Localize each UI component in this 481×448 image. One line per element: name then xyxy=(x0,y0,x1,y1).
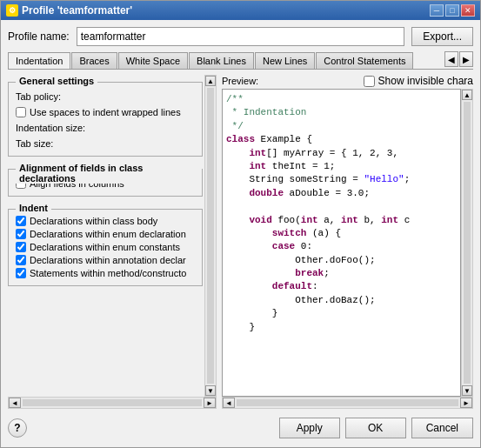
general-settings-title: General settings xyxy=(16,76,97,86)
code-line-2: */ xyxy=(226,120,448,133)
content-area: Profile name: Export... Indentation Brac… xyxy=(1,20,480,447)
indent-checkbox-1[interactable] xyxy=(16,229,26,239)
titlebar-icon: ⚙ xyxy=(6,4,18,17)
code-line-8 xyxy=(226,200,448,213)
code-line-17: } xyxy=(226,321,448,334)
left-scroll-track xyxy=(207,88,214,384)
footer: ? Apply OK Cancel xyxy=(8,414,473,440)
left-bottom-scrollbar: ◄ ► xyxy=(8,397,217,409)
profile-name-row: Profile name: Export... xyxy=(8,27,473,46)
indent-title: Indent xyxy=(16,203,51,213)
use-spaces-checkbox[interactable] xyxy=(16,107,26,117)
code-line-16: } xyxy=(226,307,448,320)
indent-checkbox-2[interactable] xyxy=(16,242,26,252)
left-scroll-down[interactable]: ▼ xyxy=(205,385,216,396)
tab-scroll-arrows: ◀ ▶ xyxy=(444,51,473,69)
code-line-0: /** xyxy=(226,93,448,106)
code-line-3: class Example { xyxy=(226,133,448,146)
show-invisible-row: Show invisible chara xyxy=(364,75,473,87)
titlebar: ⚙ Profile 'teamformatter' ─ □ ✕ xyxy=(1,1,480,20)
show-invisible-label: Show invisible chara xyxy=(378,75,473,87)
left-panel: General settings Tab policy: Use spaces … xyxy=(8,75,204,397)
use-spaces-row: Use spaces to indent wrapped lines xyxy=(16,107,195,117)
code-preview: /** * Indentation */ class Example { int… xyxy=(222,89,461,397)
window-title: Profile 'teamformatter' xyxy=(22,4,132,17)
indent-checkbox-3[interactable] xyxy=(16,255,26,265)
titlebar-title: ⚙ Profile 'teamformatter' xyxy=(6,4,132,17)
indent-item-0: Declarations within class body xyxy=(16,216,195,226)
tab-blank-lines[interactable]: Blank Lines xyxy=(189,52,254,69)
code-line-6: String someString = "Hello"; xyxy=(226,173,448,186)
indent-item-3: Declarations within annotation declar xyxy=(16,255,195,265)
alignment-title: Alignment of fields in class declaration… xyxy=(16,163,202,184)
right-scroll-up[interactable]: ▲ xyxy=(462,90,472,100)
right-panel: Preview: Show invisible chara /** * Inde… xyxy=(222,75,473,409)
tab-size-label: Tab size: xyxy=(16,138,53,149)
tabs-container: Indentation Braces White Space Blank Lin… xyxy=(8,51,473,70)
minimize-button[interactable]: ─ xyxy=(430,4,444,17)
code-line-1: * Indentation xyxy=(226,106,448,119)
right-scroll-left-btn[interactable]: ◄ xyxy=(223,398,235,408)
code-line-12: Other.doFoo(); xyxy=(226,254,448,267)
general-settings-group: General settings Tab policy: Use spaces … xyxy=(8,82,203,157)
cancel-button[interactable]: Cancel xyxy=(411,418,473,438)
show-invisible-checkbox[interactable] xyxy=(364,76,375,87)
right-scrollbar: ▲ ▼ xyxy=(461,89,473,397)
tab-control-statements[interactable]: Control Statements xyxy=(316,52,413,69)
right-scroll-down[interactable]: ▼ xyxy=(462,385,472,396)
profile-name-label: Profile name: xyxy=(8,30,70,43)
code-line-7: double aDouble = 3.0; xyxy=(226,187,448,200)
left-scrollbar: ▲ ▼ xyxy=(204,75,217,397)
help-button[interactable]: ? xyxy=(8,418,27,438)
indentation-size-row: Indentation size: xyxy=(16,123,195,133)
code-line-9: void foo(int a, int b, int c xyxy=(226,214,448,227)
indent-label-0: Declarations within class body xyxy=(30,216,157,226)
code-line-4: int[] myArray = { 1, 2, 3, xyxy=(226,147,448,160)
tab-policy-row: Tab policy: xyxy=(16,91,195,102)
indent-checkbox-0[interactable] xyxy=(16,216,26,226)
indentation-size-label: Indentation size: xyxy=(16,123,85,133)
restore-button[interactable]: □ xyxy=(445,4,459,17)
tab-policy-label: Tab policy: xyxy=(16,91,61,102)
use-spaces-label: Use spaces to indent wrapped lines xyxy=(30,107,181,117)
tab-size-row: Tab size: xyxy=(16,138,195,149)
right-bottom-scrollbar: ◄ ► xyxy=(222,397,473,409)
preview-header: Preview: Show invisible chara xyxy=(222,75,473,87)
main-panel: General settings Tab policy: Use spaces … xyxy=(8,75,473,409)
ok-button[interactable]: OK xyxy=(345,418,406,438)
tab-white-space[interactable]: White Space xyxy=(118,52,188,69)
code-line-15: Other.doBaz(); xyxy=(226,294,448,307)
tab-scroll-right[interactable]: ▶ xyxy=(459,51,473,67)
tab-scroll-left[interactable]: ◀ xyxy=(444,51,458,67)
indent-label-3: Declarations within annotation declar xyxy=(30,255,186,265)
indent-label-4: Statements within method/constructo xyxy=(30,268,186,278)
indent-item-4: Statements within method/constructo xyxy=(16,268,195,278)
code-line-11: case 0: xyxy=(226,240,448,253)
indent-label-1: Declarations within enum declaration xyxy=(30,229,186,239)
code-line-10: switch (a) { xyxy=(226,227,448,240)
right-scroll-right-btn[interactable]: ► xyxy=(460,398,472,408)
main-window: ⚙ Profile 'teamformatter' ─ □ ✕ Profile … xyxy=(0,0,481,448)
left-scroll-up[interactable]: ▲ xyxy=(205,76,216,86)
profile-name-input[interactable] xyxy=(77,27,405,46)
apply-button[interactable]: Apply xyxy=(279,418,340,438)
left-scroll-right-btn[interactable]: ► xyxy=(204,398,216,408)
preview-label: Preview: xyxy=(222,76,258,86)
left-scroll-left-btn[interactable]: ◄ xyxy=(9,398,21,408)
indent-item-1: Declarations within enum declaration xyxy=(16,229,195,239)
tabs-row: Indentation Braces White Space Blank Lin… xyxy=(8,52,444,69)
indent-checkbox-4[interactable] xyxy=(16,268,26,278)
indent-group: Indent Declarations within class body De… xyxy=(8,209,203,286)
code-line-14: default: xyxy=(226,280,448,293)
export-button[interactable]: Export... xyxy=(411,27,473,46)
right-scroll-track-h xyxy=(237,399,458,406)
footer-left: ? xyxy=(8,418,27,438)
tab-indentation[interactable]: Indentation xyxy=(8,52,70,69)
tab-new-lines[interactable]: New Lines xyxy=(255,52,315,69)
indent-label-2: Declarations within enum constants xyxy=(30,242,180,252)
footer-right: Apply OK Cancel xyxy=(279,418,473,438)
close-button[interactable]: ✕ xyxy=(461,4,475,17)
code-line-5: int theInt = 1; xyxy=(226,160,448,173)
left-scroll-track-h xyxy=(23,399,202,406)
tab-braces[interactable]: Braces xyxy=(71,52,117,69)
